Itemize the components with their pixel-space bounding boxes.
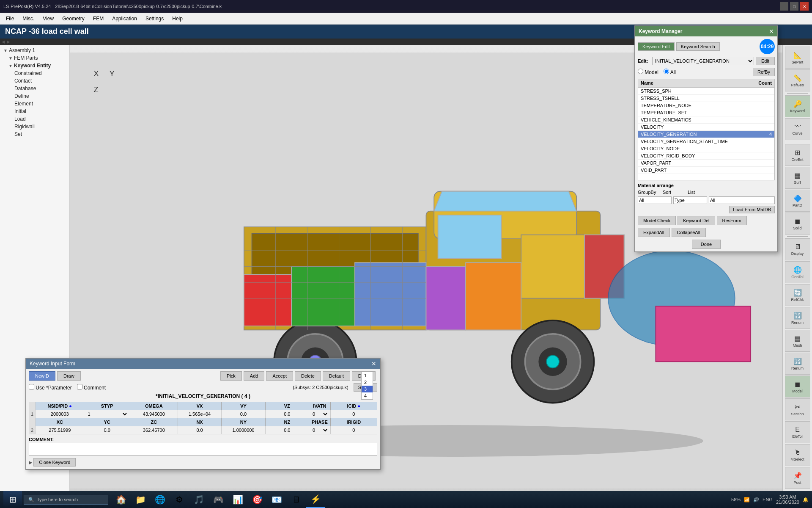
km-list-item-1[interactable]: STRESS_TSHELL [638,95,774,102]
kif-cell-vy[interactable] [222,410,265,418]
kif-cell-nx[interactable] [178,426,221,434]
tree-item-rigidwall[interactable]: Rigidwall [0,123,69,130]
km-collapseall-btn[interactable]: CollapseAll [672,228,706,237]
toolbar-section[interactable]: ✂ Section [785,398,810,420]
kif-cell-styp[interactable]: 1 [84,410,130,418]
taskbar-app-1[interactable]: 🏠 [112,491,130,508]
taskbar-app-9[interactable]: 📧 [267,491,286,508]
menu-view[interactable]: View [38,14,58,23]
km-list-item-5[interactable]: VELOCITY [638,124,774,131]
km-list-item-6[interactable]: VELOCITY_GENERATION4 [638,131,774,138]
kif-cell-vz[interactable] [265,410,309,418]
kif-input-ny[interactable] [223,428,263,433]
kif-dropdown-item-3[interactable]: 3 [362,386,373,392]
km-close-button[interactable]: ✕ [769,28,774,35]
km-radio-all[interactable] [664,69,669,74]
toolbar-keyword[interactable]: 🔑 Keyword [785,95,810,117]
search-bar[interactable]: 🔍 Type here to search [24,495,108,505]
taskbar-app-8[interactable]: 🎯 [248,491,266,508]
kif-cell-irigid[interactable] [330,426,377,434]
km-list-item-8[interactable]: VELOCITY_NODE [638,145,774,152]
km-list-item-3[interactable]: TEMPERATURE_SET [638,109,774,116]
nav-back[interactable]: ◀ [2,39,5,44]
nav-forward[interactable]: ▶ [7,39,10,44]
tree-item-load[interactable]: Load [0,115,69,123]
taskbar-app-6[interactable]: 🎮 [209,491,228,508]
kif-cell-ivatn[interactable]: 0 [309,410,330,418]
toolbar-mesh[interactable]: ▤ Mesh [785,330,810,352]
km-list-item-0[interactable]: STRESS_SPH [638,88,774,95]
kif-accept-btn[interactable]: Accept [266,371,293,381]
toolbar-refgeo[interactable]: 📏 RefGeo [785,69,810,91]
km-list-item-11[interactable]: VOID_PART [638,167,774,174]
tree-item-element[interactable]: Element [0,100,69,108]
toolbar-renum2[interactable]: 🔢 Renum [785,353,810,375]
tree-item-contact[interactable]: Contact [0,77,69,85]
taskbar-notification-icon[interactable]: 🔔 [803,497,809,502]
kif-select-phase[interactable]: 0 [311,427,329,433]
toolbar-model[interactable]: ◼ Model [785,375,810,398]
start-button[interactable]: ⊞ [3,491,22,508]
km-groupby-input[interactable] [638,196,672,204]
toolbar-surf[interactable]: ▦ Surf [785,167,810,189]
kif-comment-checkbox[interactable] [77,384,82,389]
kif-default-btn[interactable]: Default [323,371,350,381]
kif-input-nx[interactable] [180,428,219,433]
kif-input-vy[interactable] [223,411,263,417]
kif-input-irigid[interactable] [332,428,375,433]
kif-input-icid[interactable] [332,411,375,417]
kif-input-nz[interactable] [267,428,307,433]
toolbar-display[interactable]: 🖥 Display [785,238,810,260]
kif-cell-xc[interactable] [36,426,84,434]
km-list-item-4[interactable]: VEHICLE_KINEMATICS [638,116,774,124]
kif-cell-zc[interactable] [130,426,178,434]
toolbar-creent[interactable]: ⊞ CreEnt [785,144,810,166]
tree-item-database[interactable]: Database [0,85,69,92]
taskbar-app-3[interactable]: 🌐 [151,491,169,508]
km-keyword-del-btn[interactable]: Keyword Del [678,216,715,225]
close-button[interactable]: ✕ [800,2,809,11]
km-radio-model[interactable] [638,69,643,74]
km-sort-input[interactable] [673,196,707,204]
kif-draw-btn[interactable]: Draw [57,371,81,381]
toolbar-eletol[interactable]: E EleTol [785,421,810,443]
tree-item-assembly[interactable]: ▼ Assembly 1 [0,47,69,54]
toolbar-solid[interactable]: ◼ Solid [785,213,810,235]
taskbar-app-5[interactable]: 🎵 [189,491,208,508]
toolbar-mselect[interactable]: 🖱 MSelect [785,444,810,466]
kif-add-btn[interactable]: Add [244,371,265,381]
toolbar-renum[interactable]: 🔢 Renum [785,307,810,329]
menu-misc[interactable]: Misc. [18,14,38,23]
km-radio-all-label[interactable]: All [664,69,676,75]
kif-use-param-label[interactable]: Use *Parameter [29,384,72,391]
kif-close-keyword-btn[interactable]: Close Keyword [33,458,76,467]
maximize-button[interactable]: □ [790,2,798,11]
menu-file[interactable]: File [2,14,18,23]
kif-cell-phase[interactable]: 0 [309,426,330,434]
kif-input-nsidpid[interactable] [37,411,82,417]
taskbar-app-active[interactable]: ⚡ [306,491,325,508]
km-list-item-7[interactable]: VELOCITY_GENERATION_START_TIME [638,138,774,145]
kif-pick-btn[interactable]: Pick [220,371,242,381]
toolbar-geotol[interactable]: 🌐 GeoTol [785,261,810,283]
kif-input-zc[interactable] [132,428,176,433]
km-model-check-btn[interactable]: Model Check [638,216,676,225]
kif-cell-nz[interactable] [265,426,309,434]
tree-item-define[interactable]: Define [0,92,69,100]
toolbar-partd[interactable]: 🔷 PartD [785,190,810,212]
kif-delete-btn[interactable]: Delete [295,371,321,381]
taskbar-app-2[interactable]: 📁 [131,491,150,508]
km-list-item-2[interactable]: TEMPERATURE_NODE [638,102,774,109]
tree-item-keyword-entity[interactable]: ▼ Keyword Entity [0,62,69,69]
kif-dropdown-item-2[interactable]: 2 [362,379,373,386]
kif-input-vz[interactable] [267,411,307,417]
menu-fem[interactable]: FEM [89,14,108,23]
kif-input-xc[interactable] [37,428,82,433]
kif-select-styp[interactable]: 1 [86,411,128,417]
kif-dropdown-item-1[interactable]: 1 [362,372,373,379]
km-list-item-10[interactable]: VAPOR_PART [638,160,774,167]
tree-item-constrained[interactable]: Constrained [0,69,69,77]
taskbar-app-7[interactable]: 📊 [228,491,247,508]
km-edit-select[interactable]: INITIAL_VELOCITY_GENERATION [652,57,754,65]
kif-cell-omega[interactable] [130,410,178,418]
